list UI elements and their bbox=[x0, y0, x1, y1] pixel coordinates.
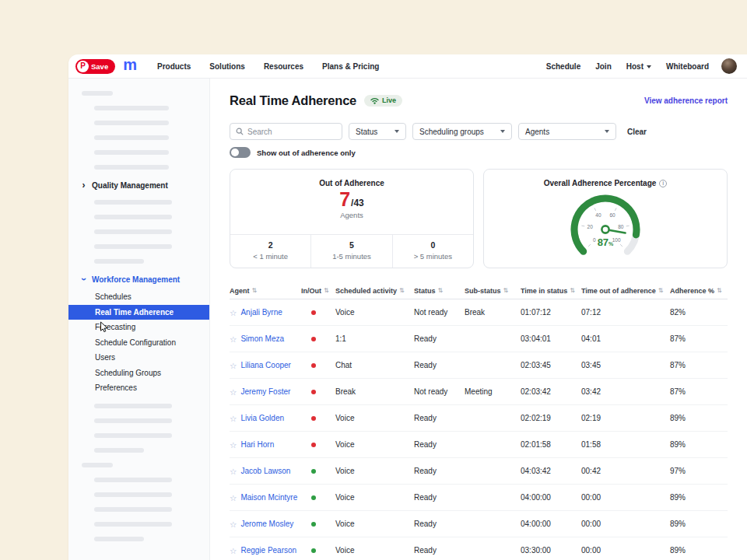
agent-link[interactable]: Livia Golden bbox=[240, 414, 284, 422]
scheduling-groups-dropdown[interactable]: Scheduling groups bbox=[412, 123, 512, 140]
out-of-adherence-toggle[interactable] bbox=[230, 147, 251, 158]
star-icon[interactable]: ☆ bbox=[230, 414, 237, 423]
star-icon[interactable]: ☆ bbox=[230, 440, 237, 450]
agent-link[interactable]: Jerome Mosley bbox=[240, 520, 293, 528]
svg-text:60: 60 bbox=[609, 212, 615, 218]
info-icon[interactable]: i bbox=[659, 180, 667, 187]
table-row: ☆Livia GoldenVoiceReady02:02:1902:1989% bbox=[230, 405, 728, 432]
table-header: Agent⇅In/Out⇅Scheduled activity⇅Status⇅S… bbox=[230, 282, 728, 299]
cell-agent: ☆Reggie Pearson bbox=[230, 546, 301, 555]
skeleton-bar bbox=[94, 259, 144, 264]
agent-link[interactable]: Jacob Lawson bbox=[240, 467, 290, 475]
sidebar-item-real-time-adherence[interactable]: Real Time Adherence bbox=[68, 305, 209, 320]
cell-agent: ☆Jeremy Foster bbox=[230, 387, 301, 397]
nav-item-plans-pricing[interactable]: Plans & Pricing bbox=[322, 62, 379, 71]
skeleton-bar bbox=[94, 448, 144, 453]
agent-link[interactable]: Hari Horn bbox=[240, 440, 274, 449]
sidebar-item-schedule-configuration[interactable]: Schedule Configuration bbox=[68, 335, 209, 351]
sidebar-item-forecasting[interactable]: Forecasting bbox=[68, 320, 209, 335]
star-icon[interactable]: ☆ bbox=[230, 546, 237, 555]
chevron-down-icon bbox=[395, 130, 399, 133]
table-row: ☆Jeremy FosterBreakNot readyMeeting02:03… bbox=[230, 379, 728, 405]
search-input-field[interactable] bbox=[247, 128, 336, 136]
cell-scheduled-activity: Voice bbox=[335, 440, 414, 449]
out-of-adherence-subtitle: Agents bbox=[230, 211, 473, 219]
star-icon[interactable]: ☆ bbox=[230, 493, 237, 502]
top-navigation: P Save m ProductsSolutionsResourcesPlans… bbox=[68, 54, 747, 79]
skeleton-bar bbox=[94, 433, 172, 438]
sidebar-item-scheduling-groups[interactable]: Scheduling Groups bbox=[68, 366, 209, 381]
agents-dropdown[interactable]: Agents bbox=[518, 123, 616, 140]
star-icon[interactable]: ☆ bbox=[230, 467, 237, 476]
column-header-sub-status[interactable]: Sub-status⇅ bbox=[465, 287, 521, 295]
avatar[interactable] bbox=[721, 58, 737, 74]
nav-item-products[interactable]: Products bbox=[157, 62, 191, 71]
cell-time-in-status: 01:07:12 bbox=[521, 308, 581, 317]
nav-item-solutions[interactable]: Solutions bbox=[209, 62, 245, 71]
agent-link[interactable]: Anjali Byrne bbox=[240, 308, 282, 317]
sidebar-item-workforce-management[interactable]: ›Workforce Management bbox=[81, 274, 209, 285]
column-header-time-in-status[interactable]: Time in status⇅ bbox=[521, 287, 581, 295]
nav-left: ProductsSolutionsResourcesPlans & Pricin… bbox=[157, 62, 379, 71]
star-icon[interactable]: ☆ bbox=[230, 387, 237, 397]
main-content: Real Time Adherence Live View adherence … bbox=[210, 79, 747, 560]
search-input[interactable] bbox=[230, 123, 342, 140]
page-background: P Save m ProductsSolutionsResourcesPlans… bbox=[0, 0, 747, 560]
miro-logo[interactable]: m bbox=[123, 57, 137, 72]
cell-status: Ready bbox=[414, 440, 465, 449]
agent-link[interactable]: Jeremy Foster bbox=[240, 387, 290, 396]
column-header-time-out-of-adherence[interactable]: Time out of adherence⇅ bbox=[581, 287, 670, 295]
agent-link[interactable]: Simon Meza bbox=[240, 334, 284, 343]
column-header-scheduled-activity[interactable]: Scheduled activity⇅ bbox=[335, 287, 414, 295]
sidebar-item-users[interactable]: Users bbox=[68, 350, 209, 366]
star-icon[interactable]: ☆ bbox=[230, 334, 237, 344]
nav-item-schedule[interactable]: Schedule bbox=[546, 62, 580, 71]
skeleton-bar bbox=[94, 150, 169, 155]
sidebar-item-quality-management[interactable]: ›Quality Management bbox=[81, 180, 209, 191]
nav-item-whiteboard[interactable]: Whiteboard bbox=[666, 62, 709, 71]
status-dropdown[interactable]: Status bbox=[349, 123, 406, 140]
star-icon[interactable]: ☆ bbox=[230, 308, 237, 317]
wifi-icon bbox=[370, 97, 379, 104]
pinterest-icon: P bbox=[77, 61, 89, 72]
agent-link[interactable]: Maison Mcintyre bbox=[240, 493, 297, 502]
view-adherence-report-link[interactable]: View adherence report bbox=[644, 96, 728, 105]
nav-item-join[interactable]: Join bbox=[595, 62, 612, 71]
content-body: ›Quality Management›Workforce Management… bbox=[68, 79, 747, 560]
agent-link[interactable]: Liliana Cooper bbox=[240, 361, 291, 369]
sidebar-item-schedules[interactable]: Schedules bbox=[68, 289, 209, 305]
sidebar-item-preferences[interactable]: Preferences bbox=[68, 380, 209, 396]
app-window: P Save m ProductsSolutionsResourcesPlans… bbox=[68, 54, 747, 560]
cell-agent: ☆Liliana Cooper bbox=[230, 361, 301, 370]
pinterest-save-button[interactable]: P Save bbox=[75, 59, 115, 74]
cell-adherence: 89% bbox=[670, 546, 728, 555]
column-header-in-out[interactable]: In/Out⇅ bbox=[301, 287, 335, 295]
column-header-adherence[interactable]: Adherence %⇅ bbox=[670, 287, 728, 295]
cell-scheduled-activity: Chat bbox=[335, 361, 414, 369]
adherence-buckets: 2< 1 minute51-5 minutes0> 5 minutes bbox=[230, 234, 473, 268]
chevron-down-icon bbox=[647, 65, 651, 68]
skeleton-bar bbox=[94, 165, 169, 170]
table-body: ☆Anjali ByrneVoiceNot readyBreak01:07:12… bbox=[230, 299, 728, 560]
cell-status: Not ready bbox=[414, 387, 465, 396]
cell-in-out bbox=[301, 361, 335, 369]
skeleton-bar bbox=[94, 215, 172, 219]
cell-scheduled-activity: 1:1 bbox=[335, 334, 414, 343]
cell-time-in-status: 03:04:01 bbox=[521, 334, 581, 343]
star-icon[interactable]: ☆ bbox=[230, 520, 237, 529]
cell-status: Ready bbox=[414, 414, 465, 422]
column-header-agent[interactable]: Agent⇅ bbox=[230, 287, 301, 295]
nav-item-host[interactable]: Host bbox=[626, 62, 651, 71]
adherence-bucket: 2< 1 minute bbox=[230, 235, 310, 268]
cell-time-in-status: 04:03:42 bbox=[521, 467, 581, 475]
nav-item-resources[interactable]: Resources bbox=[264, 62, 303, 71]
star-icon[interactable]: ☆ bbox=[230, 361, 237, 370]
cell-status: Not ready bbox=[414, 308, 465, 317]
cell-status: Ready bbox=[414, 467, 465, 475]
agent-link[interactable]: Reggie Pearson bbox=[240, 546, 296, 555]
column-header-status[interactable]: Status⇅ bbox=[414, 287, 465, 295]
cell-in-out bbox=[301, 520, 335, 528]
chevron-right-icon: › bbox=[81, 181, 86, 189]
clear-filters-button[interactable]: Clear bbox=[627, 128, 647, 136]
cell-agent: ☆Simon Meza bbox=[230, 334, 301, 344]
